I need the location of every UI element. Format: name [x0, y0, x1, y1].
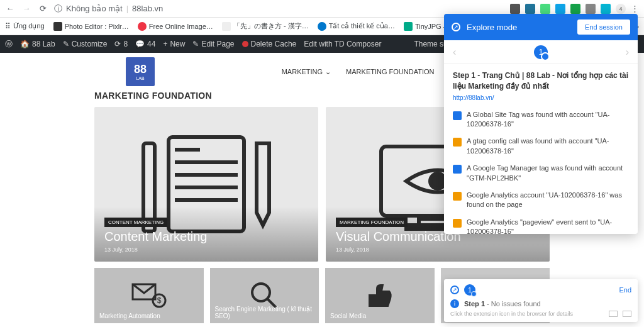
panel-header: ↗ Explore mode End session	[444, 14, 638, 40]
card-title: Content Marketing	[104, 230, 308, 244]
dock-step: Step 1 - No issues found	[464, 300, 541, 308]
nav-item[interactable]: MARKETING ⌄	[282, 68, 331, 76]
bookmark-item[interactable]: 「先」の書き方 - 漢字…	[222, 21, 309, 31]
wp-new[interactable]: + New	[163, 40, 185, 48]
category-tile[interactable]: Search Engine Marketing ( kĩ thuật SEO)	[210, 268, 319, 323]
site-logo[interactable]: 88LAB	[126, 57, 155, 86]
explore-dock: ↗ 1 End i Step 1 - No issues found Click…	[444, 279, 638, 322]
card-tag: MARKETING FOUNDATION	[336, 218, 408, 227]
panel-message: A Google Tag Manager tag was found with …	[453, 160, 629, 187]
back-icon[interactable]: ←	[5, 4, 15, 14]
chevron-down-icon: ⌄	[325, 68, 331, 76]
bookmark-item[interactable]: Photo Editor : Pixlr…	[53, 22, 129, 31]
tile-label: Social Media	[330, 313, 430, 319]
explore-icon: ↗	[452, 23, 460, 31]
card-tag: CONTENT MARKETING	[104, 218, 167, 227]
card-date: 13 July, 2018	[336, 247, 540, 253]
info-icon: i	[450, 299, 459, 308]
svg-text:$: $	[157, 296, 161, 305]
ext-icon[interactable]	[586, 4, 596, 14]
tile-label: Search Engine Marketing ( kĩ thuật SEO)	[215, 306, 314, 319]
end-link[interactable]: End	[619, 286, 631, 294]
msg-icon	[453, 165, 462, 174]
panel-body: Step 1 - Trang Chủ | 88 Lab - Nơi tổng h…	[444, 64, 638, 234]
wp-logo-icon[interactable]: ⓦ	[5, 39, 13, 50]
ext-icon[interactable]	[555, 4, 565, 14]
step-badge[interactable]: 1	[534, 45, 548, 59]
profile-avatar[interactable]: 4	[616, 4, 626, 14]
address-bar[interactable]: ⓘ Không bảo mật | 88lab.vn	[54, 3, 504, 14]
wp-delete-cache[interactable]: Delete Cache	[242, 40, 297, 48]
msg-icon	[453, 111, 462, 120]
security-status: Không bảo mật	[66, 4, 123, 13]
msg-text: Google Analytics account "UA-102006378-1…	[467, 191, 629, 210]
svg-rect-16	[369, 295, 375, 306]
panel-title: Explore mode	[467, 23, 571, 32]
explore-icon: ↗	[450, 285, 459, 294]
ext-icon[interactable]	[540, 4, 550, 14]
nav-item[interactable]: MARKETING FOUNDATION	[346, 68, 434, 76]
bookmark-item[interactable]: Free Online Image…	[138, 22, 213, 31]
svg-point-10	[430, 174, 445, 189]
layout-icon[interactable]	[609, 311, 618, 317]
ext-icon[interactable]	[601, 4, 611, 14]
bookmark-item[interactable]: Tất cả thiết kế của…	[318, 22, 395, 31]
info-icon: ⓘ	[54, 3, 62, 14]
article-card[interactable]: CONTENT MARKETING Content Marketing 13 J…	[94, 107, 318, 262]
extension-icons: 4 ⋮	[510, 4, 639, 14]
tile-label: Marketing Automation	[99, 313, 199, 319]
next-step-icon[interactable]: ›	[626, 47, 629, 58]
wp-updates[interactable]: ⟳ 8	[114, 40, 128, 48]
wp-comments[interactable]: 💬 44	[135, 40, 155, 48]
step-badge[interactable]: 1	[464, 284, 475, 296]
wp-site-link[interactable]: 🏠 88 Lab	[20, 40, 55, 48]
apps-button[interactable]: ⠿Ứng dụng	[5, 22, 45, 31]
category-tile[interactable]: Social Media	[325, 268, 435, 323]
msg-text: A Google Tag Manager tag was found with …	[467, 164, 629, 183]
wp-composer[interactable]: Edit with TD Composer	[304, 40, 381, 48]
explore-panel: ↗ Explore mode End session ‹ 1 › Step 1 …	[444, 14, 638, 234]
ext-icon[interactable]	[570, 4, 580, 14]
wp-customize[interactable]: ✎ Customize	[63, 40, 108, 48]
layout-icon[interactable]	[623, 311, 631, 317]
msg-text: Google Analytics "pageview" event sent t…	[467, 218, 629, 234]
category-tile[interactable]: $ Marketing Automation	[94, 268, 204, 323]
wp-edit[interactable]: ✎ Edit Page	[192, 40, 234, 48]
ext-icon[interactable]	[510, 4, 520, 14]
dock-hint: Click the extension icon in the browser …	[450, 311, 631, 317]
panel-message: Google Analytics "pageview" event sent t…	[453, 214, 629, 234]
page-url: 88lab.vn	[132, 4, 163, 13]
step-url[interactable]: http://88lab.vn/	[453, 94, 629, 101]
panel-message: Google Analytics account "UA-102006378-1…	[453, 187, 629, 214]
forward-icon[interactable]: →	[21, 4, 31, 14]
step-title: Step 1 - Trang Chủ | 88 Lab - Nơi tổng h…	[453, 70, 629, 92]
svg-point-14	[252, 284, 270, 301]
ext-icon[interactable]	[525, 4, 535, 14]
reload-icon[interactable]: ⟳	[38, 4, 48, 14]
msg-icon	[453, 219, 462, 228]
prev-step-icon[interactable]: ‹	[453, 47, 456, 58]
panel-message: A gtag config call was found with accoun…	[453, 133, 629, 160]
card-date: 13 July, 2018	[104, 247, 308, 253]
msg-text: A gtag config call was found with accoun…	[467, 136, 629, 156]
panel-step-nav: ‹ 1 ›	[444, 40, 638, 64]
panel-message: A Global Site Tag was found with account…	[453, 106, 629, 133]
msg-icon	[453, 192, 462, 201]
end-session-button[interactable]: End session	[577, 19, 630, 35]
msg-icon	[453, 138, 462, 147]
msg-text: A Global Site Tag was found with account…	[467, 110, 629, 130]
menu-icon[interactable]: ⋮	[631, 4, 639, 13]
